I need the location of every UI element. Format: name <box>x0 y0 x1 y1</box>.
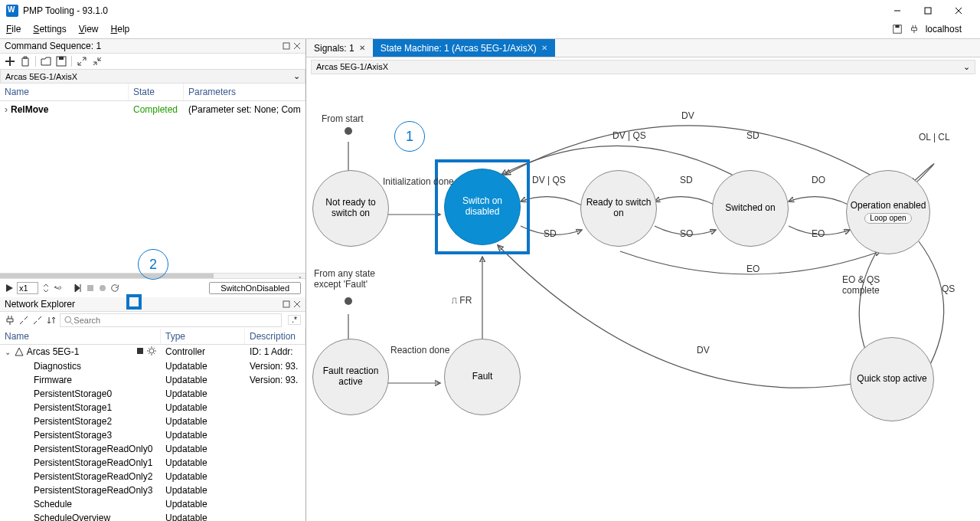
svg-rect-3 <box>283 43 289 49</box>
tab-signals-label: Signals: 1 <box>314 43 354 54</box>
ne-row[interactable]: ScheduleUpdatable <box>0 497 305 511</box>
lbl-sd-c: SD <box>544 228 557 239</box>
regex-hint[interactable]: .* <box>288 315 301 325</box>
lbl-dvqs-b: DV | QS <box>532 175 566 185</box>
search-input-wrap[interactable] <box>60 313 282 327</box>
start-dot <box>345 127 352 135</box>
callout-2: 2 <box>138 249 168 280</box>
ne-row[interactable]: DiagnosticsUpdatableVersion: 93. <box>0 359 305 373</box>
node-fault-reaction[interactable]: Fault reaction active <box>312 339 389 415</box>
svg-point-7 <box>100 285 106 291</box>
close-icon[interactable]: ✕ <box>541 44 547 52</box>
menubar: File Settings View Help localhost <box>0 21 980 38</box>
plug-icon[interactable] <box>5 315 15 326</box>
node-fault[interactable]: Fault <box>444 339 521 415</box>
cs-col-params[interactable]: Parameters <box>184 84 305 100</box>
maximize-button[interactable] <box>913 2 943 20</box>
close-panel-icon[interactable] <box>293 42 301 50</box>
close-icon[interactable]: ✕ <box>359 44 365 52</box>
cs-playback-bar: SwitchOnDisabled <box>0 278 305 297</box>
popout-icon[interactable] <box>283 300 290 308</box>
menu-help[interactable]: Help <box>111 24 130 34</box>
ne-toolbar: .* <box>0 312 305 329</box>
ne-row[interactable]: PersistentStorage2Updatable <box>0 415 305 428</box>
state-machine-canvas[interactable]: From start Not ready to switch on Switch… <box>306 77 980 521</box>
menu-file[interactable]: File <box>6 24 21 34</box>
svg-rect-5 <box>59 57 64 60</box>
ne-row[interactable]: ⌄ Arcas 5EG-1 ControllerID: 1 Addr: <box>0 345 305 359</box>
ne-row[interactable]: PersistentStorage3Updatable <box>0 428 305 442</box>
ne-row[interactable]: PersistentStorageReadOnly2Updatable <box>0 470 305 483</box>
lbl-reaction-done: Reaction done <box>390 345 449 356</box>
fault-start-dot <box>345 297 352 305</box>
gear-icon[interactable] <box>147 346 156 356</box>
ne-col-desc[interactable]: Description <box>245 329 305 344</box>
node-quick-stop[interactable]: Quick stop active <box>850 337 934 421</box>
menu-view[interactable]: View <box>79 24 99 34</box>
add-icon[interactable] <box>5 56 15 67</box>
node-not-ready[interactable]: Not ready to switch on <box>312 170 389 247</box>
cs-col-state[interactable]: State <box>129 84 184 100</box>
ne-col-name[interactable]: Name <box>0 329 161 344</box>
reset-icon[interactable] <box>110 283 119 293</box>
record-icon[interactable] <box>98 283 107 293</box>
ne-row[interactable]: PersistentStorageReadOnly0Updatable <box>0 442 305 456</box>
sort-icon[interactable] <box>46 315 57 326</box>
node-ready[interactable]: Ready to switch on <box>580 170 657 247</box>
step-icon[interactable] <box>74 283 83 293</box>
command-sequence-header: Command Sequence: 1 <box>0 39 305 54</box>
node-switched-on[interactable]: Switched on <box>712 170 789 247</box>
node-op-enabled[interactable]: Operation enabledLoop open <box>846 170 930 254</box>
network-explorer-title: Network Explorer <box>5 299 75 310</box>
save-icon[interactable] <box>892 24 903 34</box>
save-icon[interactable] <box>56 56 67 67</box>
spinner-icon[interactable] <box>41 283 51 293</box>
ne-row[interactable]: PersistentStorage1Updatable <box>0 401 305 415</box>
window-title: PMP Tooling - 93.1.0 <box>23 5 108 16</box>
play-icon[interactable] <box>5 283 14 293</box>
popout-icon[interactable] <box>283 42 290 50</box>
ne-row[interactable]: PersistentStorage0Updatable <box>0 387 305 401</box>
collapse-icon[interactable] <box>92 56 103 67</box>
infinity-icon[interactable] <box>54 283 63 293</box>
lbl-dvqs-a: DV | QS <box>612 130 646 141</box>
cs-col-name[interactable]: Name <box>0 84 129 100</box>
ne-col-type[interactable]: Type <box>161 329 245 344</box>
lbl-eo2: EO <box>746 264 760 274</box>
stop-box-icon[interactable] <box>136 346 145 356</box>
menu-settings[interactable]: Settings <box>33 24 66 34</box>
expand-icon[interactable] <box>18 315 29 326</box>
delete-icon[interactable] <box>20 56 31 67</box>
cs-toolbar <box>0 54 305 69</box>
run-multiplier-input[interactable] <box>17 282 38 294</box>
collapse-icon[interactable] <box>32 315 43 326</box>
tab-statemachine[interactable]: State Machine: 1 (Arcas 5EG-1/AxisX) ✕ <box>373 39 555 57</box>
chevron-right-icon[interactable]: › <box>5 104 8 115</box>
svg-point-11 <box>149 349 154 353</box>
node-switch-on-disabled[interactable]: Switch on disabled <box>444 169 521 245</box>
svg-rect-10 <box>137 348 143 354</box>
svg-rect-6 <box>87 285 93 291</box>
ne-row[interactable]: PersistentStorageReadOnly3Updatable <box>0 483 305 497</box>
cs-path-dropdown[interactable]: Arcas 5EG-1/AxisX ⌄ <box>0 69 305 84</box>
minimize-button[interactable] <box>882 2 913 20</box>
expand-icon[interactable] <box>77 56 87 67</box>
svg-point-9 <box>65 316 71 323</box>
ne-row[interactable]: ScheduleOverviewUpdatable <box>0 511 305 522</box>
ne-row[interactable]: PersistentStorageReadOnly1Updatable <box>0 456 305 470</box>
search-input[interactable] <box>74 316 278 325</box>
canvas-path-dropdown[interactable]: Arcas 5EG-1/AxisX ⌄ <box>311 60 975 74</box>
plug-icon[interactable] <box>909 24 920 34</box>
open-icon[interactable] <box>41 56 51 67</box>
lbl-olcl: OL | CL <box>919 132 950 143</box>
lbl-sd-a: SD <box>680 175 693 185</box>
stop-icon[interactable] <box>86 283 95 293</box>
editor-tabs: Signals: 1 ✕ State Machine: 1 (Arcas 5EG… <box>306 39 980 57</box>
tab-signals[interactable]: Signals: 1 ✕ <box>306 39 373 57</box>
close-button[interactable] <box>943 2 974 20</box>
cs-row[interactable]: › RelMove Completed (Parameter set: None… <box>0 101 305 118</box>
close-panel-icon[interactable] <box>293 300 301 308</box>
search-icon <box>64 315 74 326</box>
tab-statemachine-label: State Machine: 1 (Arcas 5EG-1/AxisX) <box>381 43 537 54</box>
ne-row[interactable]: FirmwareUpdatableVersion: 93. <box>0 373 305 387</box>
